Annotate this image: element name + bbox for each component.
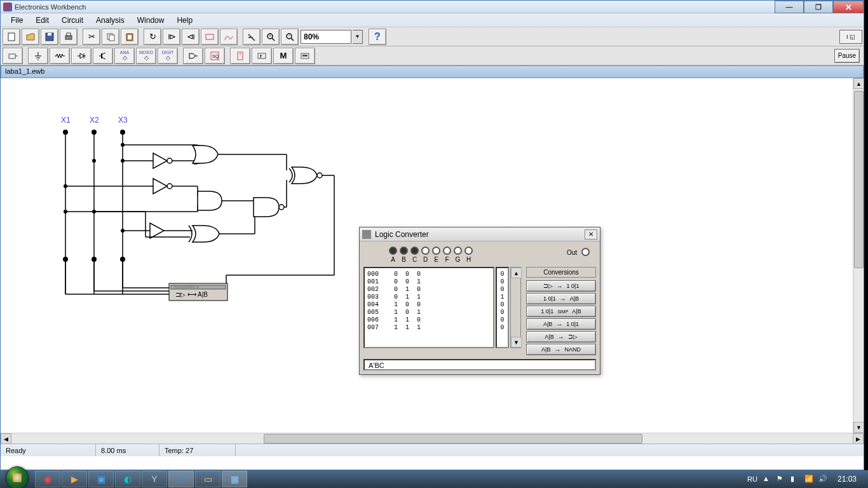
input-led-b[interactable] [400,247,408,255]
sources-button[interactable] [3,48,23,64]
minimize-button[interactable]: — [775,1,804,13]
zoom-combo[interactable]: 80% [301,30,351,44]
taskbar-app-word[interactable]: W [168,471,194,487]
truth-output-column[interactable]: 0 0 0 1 0 0 0 0 [496,267,509,348]
conv-circuit-to-table-button[interactable]: ⊐▷→1 0|1 [526,280,596,292]
taskbar-app-2[interactable]: ▶ [62,471,87,487]
input-led-c[interactable] [410,247,419,255]
windows-taskbar[interactable]: ◉ ▶ ▣ ◐ Y W ▭ ▦ RU ▲ ⚑ ▮ 📶 🔊 21:03 [0,470,868,488]
svg-point-76 [279,205,284,210]
hscroll-right-button[interactable]: ▶ [853,433,864,444]
vscroll-thumb[interactable] [854,91,864,268]
taskbar-app-4[interactable]: ◐ [115,471,140,487]
graph-button[interactable] [220,29,238,45]
language-indicator[interactable]: RU [747,475,757,483]
tray-flag-icon[interactable]: ⚑ [776,475,785,484]
taskbar-app-3[interactable]: ▣ [88,471,114,487]
taskbar-app-5[interactable]: Y [142,471,167,487]
taskbar-app-ewb[interactable]: ▦ [222,471,247,487]
logic-gates-button[interactable] [183,48,203,64]
tray-battery-icon[interactable]: ▮ [790,475,799,484]
dialog-close-button[interactable]: ✕ [585,229,597,240]
input-led-e[interactable] [432,247,440,255]
instruments-button[interactable] [295,48,315,64]
tray-network-icon[interactable]: 📶 [804,475,813,484]
input-led-a[interactable] [389,247,397,255]
help-button[interactable]: ? [369,29,386,45]
menu-analysis[interactable]: Analysis [90,15,131,26]
input-led-g[interactable] [454,247,462,255]
zoom-in-button[interactable]: + [262,29,280,45]
input-led-f[interactable] [443,247,451,255]
flip-v-button[interactable]: ⧏ [182,29,200,45]
menu-edit[interactable]: Edit [29,15,55,26]
transistor-button[interactable] [93,48,113,64]
cut-button[interactable]: ✂ [83,29,100,45]
pause-button[interactable]: Pause [834,49,860,63]
canvas-vertical-scrollbar[interactable]: ▲ ▼ [853,78,864,433]
menu-file[interactable]: File [4,15,29,26]
input-led-h[interactable] [465,247,473,255]
hscroll-thumb[interactable] [264,434,642,444]
diode-button[interactable] [71,48,92,64]
input-led-d[interactable] [421,247,430,255]
conv-expr-to-circuit-button[interactable]: A|B→⊐▷ [526,331,596,342]
flip-h-button[interactable]: ⧐ [163,29,180,45]
expression-input[interactable]: A'BC [363,359,596,370]
controls-button[interactable]: f [252,48,272,64]
tray-volume-icon[interactable]: 🔊 [818,475,827,484]
component-props-button[interactable] [243,29,261,45]
new-button[interactable] [3,29,20,45]
clock[interactable]: 21:03 [832,475,862,484]
rotate-button[interactable]: ↻ [144,29,161,45]
digital-button[interactable]: SQ [205,48,225,64]
menu-circuit[interactable]: Circuit [55,15,90,26]
system-tray[interactable]: RU ▲ ⚑ ▮ 📶 🔊 21:03 [741,475,868,484]
open-button[interactable] [22,29,39,45]
conv-table-to-expr-button[interactable]: 1 0|1→A|B [526,293,596,304]
mixed-ic-button[interactable]: MIXED◇ [136,48,156,64]
simulate-switch[interactable]: I ◱ [839,30,862,44]
vscroll-down-button[interactable]: ▼ [853,422,864,433]
logic-converter-dialog[interactable]: Logic Converter ✕ A B C D E F G H Out [359,227,600,375]
conv-expr-to-table-button[interactable]: A|B→1 0|1 [526,318,596,330]
start-button[interactable] [0,470,34,488]
misc-button[interactable]: M [273,48,294,64]
save-button[interactable] [41,29,58,45]
subcircuit-button[interactable] [201,29,219,45]
taskbar-app-1[interactable]: ◉ [35,471,60,487]
tray-up-icon[interactable]: ▲ [763,475,771,484]
menu-window[interactable]: Window [131,15,171,26]
print-button[interactable] [60,29,78,45]
titlebar[interactable]: Electronics Workbench [1,1,864,13]
menu-help[interactable]: Help [170,15,199,26]
scroll-up-button[interactable]: ▲ [511,268,522,278]
truth-table[interactable]: 000 0 0 0 001 0 0 1 002 0 1 0 003 0 1 1 … [363,267,494,348]
dialog-titlebar[interactable]: Logic Converter ✕ [360,227,600,241]
truth-scrollbar[interactable]: ▲ ▼ [510,267,521,348]
zoom-dropdown-button[interactable]: ▼ [353,30,363,44]
zoom-out-button[interactable]: − [281,29,299,45]
svg-rect-3 [65,36,72,39]
hscroll-track[interactable] [11,433,853,444]
output-led[interactable] [581,248,590,256]
conv-expr-to-nand-button[interactable]: A|B→NAND [526,344,596,355]
hscroll-left-button[interactable]: ◀ [1,433,11,444]
indicators-button[interactable] [230,48,250,64]
circuit-canvas[interactable]: X1 X2 X3 [1,78,864,433]
digital-ic-button[interactable]: DIGIT◇ [158,48,178,64]
document-titlebar[interactable]: laba1_1.ewb [1,65,864,78]
vscroll-up-button[interactable]: ▲ [853,78,864,89]
canvas-horizontal-scrollbar[interactable]: ◀ ▶ [1,433,864,444]
ground-button[interactable] [28,48,48,64]
resistor-button[interactable] [50,48,70,64]
maximize-button[interactable]: ❐ [804,1,833,13]
taskbar-app-explorer[interactable]: ▭ [195,471,220,487]
conv-table-to-simp-expr-button[interactable]: 1 0|1SIMPA|B [526,306,596,317]
paste-button[interactable] [121,29,139,45]
analog-ic-button[interactable]: ANA◇ [114,48,135,64]
copy-button[interactable] [102,29,119,45]
close-button[interactable]: ✕ [833,1,864,13]
svg-point-29 [240,53,241,55]
scroll-down-button[interactable]: ▼ [511,337,522,348]
